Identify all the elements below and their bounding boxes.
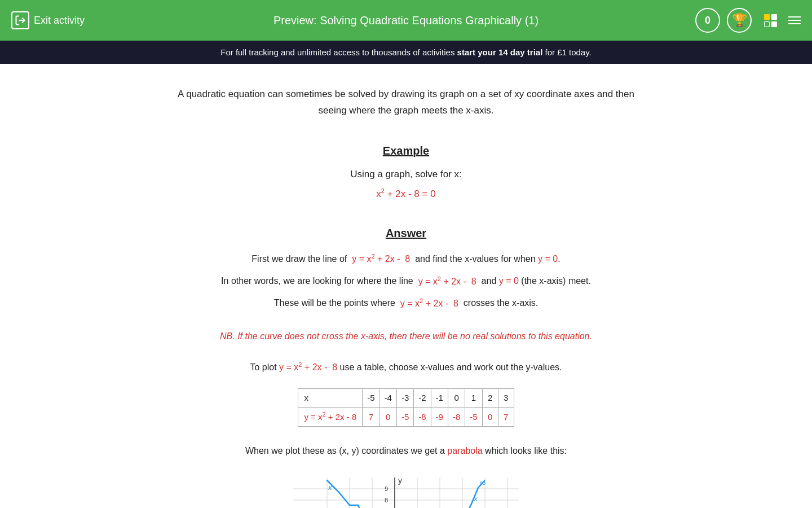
parabola-graph: y 9 8 7 6 ∞ x x xyxy=(288,472,524,508)
values-table: x -5 -4 -3 -2 -1 0 1 2 3 y = x2 + 2x - 8… xyxy=(298,388,514,427)
score-display: 0 xyxy=(695,8,720,33)
exit-label: Exit activity xyxy=(34,15,85,27)
nb-note: NB. If the curve does not cross the x-ax… xyxy=(164,329,648,344)
display-equation: x2 + 2x - 8 = 0 xyxy=(164,186,648,202)
eq1: y = x2 + 2x - 8 xyxy=(352,254,410,264)
y-val-0: -8 xyxy=(448,408,465,427)
banner-text-after: for £1 today. xyxy=(542,47,591,57)
answer-line-3: These will be the points where y = x2 + … xyxy=(164,295,648,312)
x-val--3: -3 xyxy=(396,389,413,408)
svg-text:x: x xyxy=(328,483,332,492)
page-title: Preview: Solving Quadratic Equations Gra… xyxy=(273,14,539,27)
header-right: 0 🏆 xyxy=(695,8,801,33)
x-val--5: -5 xyxy=(363,389,379,408)
exit-button[interactable]: Exit activity xyxy=(11,11,85,29)
plot-instruction: To plot y = x2 + 2x - 8 use a table, cho… xyxy=(164,360,648,375)
plot-eq: y = x2 + 2x - 8 xyxy=(279,362,337,372)
eq2: y = x2 + 2x - 8 xyxy=(418,277,476,286)
menu-icon[interactable] xyxy=(788,16,801,24)
table-row-x: x -5 -4 -3 -2 -1 0 1 2 3 xyxy=(298,389,514,408)
y-eq1: y = 0 xyxy=(538,254,558,264)
svg-text:∞: ∞ xyxy=(479,478,486,488)
x-val--4: -4 xyxy=(379,389,396,408)
parabola-word: parabola xyxy=(447,446,482,456)
example-heading: Example xyxy=(164,142,648,160)
trophy-icon[interactable]: 🏆 xyxy=(727,8,752,33)
svg-text:9: 9 xyxy=(385,485,388,492)
x-val--2: -2 xyxy=(414,389,431,408)
y-val--3: -5 xyxy=(396,408,413,427)
y-label: y = x2 + 2x - 8 xyxy=(298,408,363,427)
y-eq2: y = 0 xyxy=(499,277,519,286)
y-val-1: -5 xyxy=(465,408,482,427)
y-val--4: 0 xyxy=(379,408,396,427)
example-section: Example Using a graph, solve for x: x2 +… xyxy=(164,142,648,202)
answer-line-1: First we draw the line of y = x2 + 2x - … xyxy=(164,251,648,268)
eq3: y = x2 + 2x - 8 xyxy=(400,299,458,308)
x-val-2: 2 xyxy=(482,389,498,408)
intro-paragraph: A quadratic equation can sometimes be so… xyxy=(164,86,648,119)
parabola-after: which looks like this: xyxy=(483,446,567,456)
header: Exit activity Preview: Solving Quadratic… xyxy=(0,0,812,41)
example-instruction: Using a graph, solve for x: xyxy=(164,167,648,182)
x-val-1: 1 xyxy=(465,389,482,408)
svg-text:8: 8 xyxy=(385,497,388,503)
banner-bold: start your 14 day trial xyxy=(457,47,543,57)
graph-container: y 9 8 7 6 ∞ x x xyxy=(164,472,648,508)
svg-text:y: y xyxy=(398,476,402,485)
main-content: A quadratic equation can sometimes be so… xyxy=(152,64,660,508)
exit-icon xyxy=(11,11,29,29)
y-val--1: -9 xyxy=(431,408,448,427)
answer-heading: Answer xyxy=(164,224,648,242)
grid-icon xyxy=(764,14,777,27)
x-val-0: 0 xyxy=(448,389,465,408)
y-val-2: 0 xyxy=(482,408,498,427)
answer-section: Answer First we draw the line of y = x2 … xyxy=(164,224,648,312)
y-val-3: 7 xyxy=(498,408,514,427)
parabola-before: When we plot these as (x, y) coordinates… xyxy=(245,446,447,456)
values-table-container: x -5 -4 -3 -2 -1 0 1 2 3 y = x2 + 2x - 8… xyxy=(164,388,648,427)
x-val-3: 3 xyxy=(498,389,514,408)
y-val--2: -8 xyxy=(414,408,431,427)
trial-banner: For full tracking and unlimited access t… xyxy=(0,41,812,64)
banner-text-before: For full tracking and unlimited access t… xyxy=(220,47,457,57)
x-label: x xyxy=(298,389,363,408)
svg-text:x: x xyxy=(473,494,478,503)
x-val--1: -1 xyxy=(431,389,448,408)
table-row-y: y = x2 + 2x - 8 7 0 -5 -8 -9 -8 -5 0 7 xyxy=(298,408,514,427)
y-val--5: 7 xyxy=(363,408,379,427)
answer-line-2: In other words, we are looking for where… xyxy=(164,273,648,290)
parabola-description: When we plot these as (x, y) coordinates… xyxy=(164,444,648,458)
